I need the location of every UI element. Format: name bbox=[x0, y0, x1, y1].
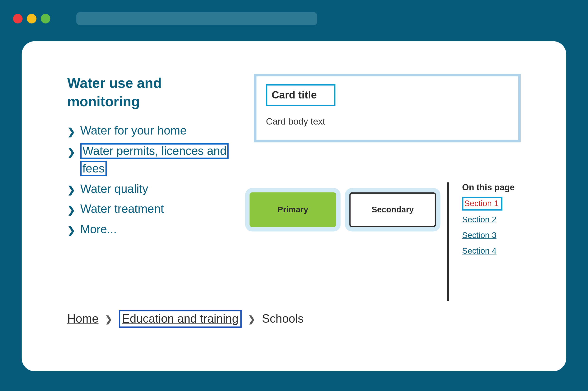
chevron-right-icon: ❯ bbox=[67, 183, 75, 197]
nav-item-water-home[interactable]: ❯ Water for your home bbox=[67, 122, 228, 140]
chevron-right-icon: ❯ bbox=[248, 314, 255, 324]
chevron-right-icon: ❯ bbox=[105, 314, 112, 324]
breadcrumb-current: Schools bbox=[262, 312, 304, 326]
on-this-page-title: On this page bbox=[462, 183, 521, 193]
secondary-button-label: Secondary bbox=[371, 205, 414, 214]
page-content: Water use and monitoring ❯ Water for you… bbox=[22, 41, 566, 371]
nav-item-more[interactable]: ❯ More... bbox=[67, 220, 228, 238]
sidebar-title: Water use and monitoring bbox=[67, 74, 228, 111]
sidebar-nav: Water use and monitoring ❯ Water for you… bbox=[67, 74, 228, 241]
minimize-window-button[interactable] bbox=[27, 14, 36, 23]
breadcrumb-education[interactable]: Education and training bbox=[119, 310, 241, 328]
nav-item-label: More... bbox=[80, 220, 228, 238]
browser-titlebar bbox=[0, 0, 588, 37]
address-bar[interactable] bbox=[76, 12, 317, 25]
on-this-page-link-section-2[interactable]: Section 2 bbox=[462, 215, 521, 224]
secondary-button[interactable]: Secondary bbox=[349, 193, 436, 227]
on-this-page-link-section-3[interactable]: Section 3 bbox=[462, 231, 521, 240]
close-window-button[interactable] bbox=[13, 14, 22, 23]
nav-item-label: Water for your home bbox=[80, 122, 228, 140]
main-column: Card title Card body text Primary Second… bbox=[254, 74, 521, 241]
card-widget: Card title Card body text bbox=[254, 74, 521, 142]
chevron-right-icon: ❯ bbox=[67, 223, 75, 237]
card-title: Card title bbox=[272, 89, 317, 100]
nav-list: ❯ Water for your home ❯ Water permits, l… bbox=[67, 122, 228, 238]
chevron-right-icon: ❯ bbox=[67, 203, 75, 217]
breadcrumb: Home ❯ Education and training ❯ Schools bbox=[67, 310, 304, 328]
maximize-window-button[interactable] bbox=[41, 14, 50, 23]
on-this-page-nav: On this page Section 1 Section 2 Section… bbox=[447, 183, 521, 301]
on-this-page-link-section-1[interactable]: Section 1 bbox=[462, 197, 503, 211]
nav-item-water-treatment[interactable]: ❯ Water treatment bbox=[67, 200, 228, 218]
chevron-right-icon: ❯ bbox=[67, 125, 75, 139]
nav-item-water-quality[interactable]: ❯ Water quality bbox=[67, 180, 228, 198]
nav-item-label: Water quality bbox=[80, 180, 228, 198]
chevron-right-icon: ❯ bbox=[67, 145, 75, 159]
primary-button-label: Primary bbox=[277, 205, 308, 214]
on-this-page-link-section-4[interactable]: Section 4 bbox=[462, 246, 521, 256]
card-title-container[interactable]: Card title bbox=[266, 84, 336, 106]
nav-item-label: Water treatment bbox=[80, 200, 228, 218]
nav-item-label: Water permits, licences and fees bbox=[80, 143, 229, 177]
primary-button[interactable]: Primary bbox=[249, 193, 336, 227]
card-body: Card body text bbox=[266, 116, 509, 127]
nav-item-water-permits[interactable]: ❯ Water permits, licences and fees bbox=[67, 142, 228, 178]
breadcrumb-home[interactable]: Home bbox=[67, 312, 99, 326]
